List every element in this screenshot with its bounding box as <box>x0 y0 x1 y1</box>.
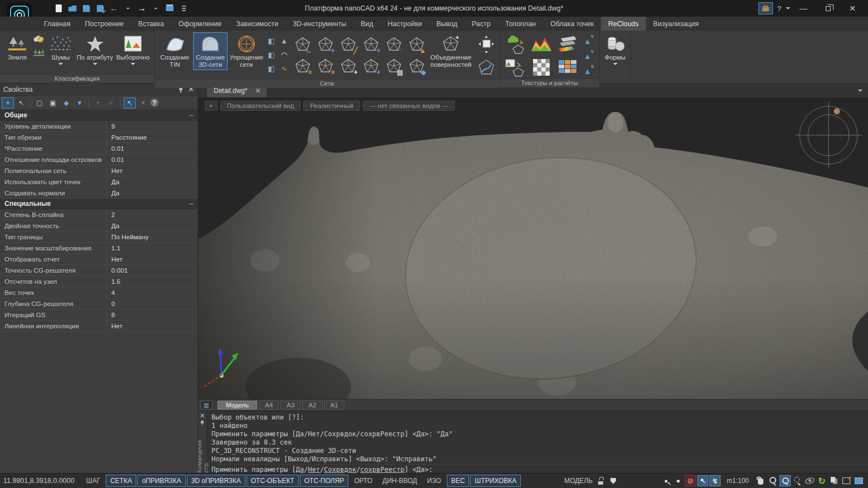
mesh-tool-icon[interactable]: + <box>314 34 337 55</box>
properties-tool-icon[interactable]: ▼ <box>73 97 86 109</box>
property-value[interactable]: Расстояние <box>107 132 198 142</box>
tab-list-dropdown-icon[interactable] <box>858 90 862 94</box>
mesh-tool-icon[interactable]: ╱ <box>337 34 359 55</box>
status-icon[interactable] <box>841 475 852 486</box>
selective-button[interactable]: Выборочно <box>115 32 151 69</box>
help-dropdown-icon[interactable] <box>786 7 790 12</box>
ribbon-tab[interactable]: Облака точек <box>543 17 601 31</box>
properties-tool-icon[interactable]: + <box>92 97 104 109</box>
properties-tool-icon[interactable] <box>88 98 89 107</box>
model-space-button[interactable]: МОДЕЛЬ <box>564 477 593 485</box>
collapse-icon[interactable]: – <box>189 200 193 208</box>
colored-relief-icon[interactable] <box>529 33 554 56</box>
status-icon[interactable] <box>816 475 827 486</box>
viewport-linked-views-button[interactable]: --- нет связанных видов --- <box>363 101 455 111</box>
properties-tool-icon[interactable]: ? <box>150 98 159 107</box>
property-value[interactable]: 1.5 <box>107 276 198 287</box>
section-header-special[interactable]: Специальные – <box>0 199 198 209</box>
status-icon[interactable] <box>792 475 803 486</box>
status-icon[interactable] <box>853 475 864 486</box>
quick-access-icon[interactable] <box>179 3 189 13</box>
create-tin-button[interactable]: Создание TIN <box>157 32 192 70</box>
ribbon-tab[interactable]: Оформление <box>171 17 229 31</box>
status-toggle[interactable]: ВЕС <box>447 475 470 487</box>
by-attribute-button[interactable]: По атрибуту <box>76 32 114 69</box>
ribbon-tab[interactable]: Растр <box>465 17 498 31</box>
layered-surfaces-icon[interactable] <box>555 33 580 56</box>
viewport-view-button[interactable]: Пользовательский вид <box>220 101 301 111</box>
quick-access-icon[interactable] <box>137 3 147 13</box>
viewport-add-button[interactable]: + <box>205 101 218 111</box>
command-option-link[interactable]: сохрвРеестр <box>360 466 404 473</box>
nets-mini-icon[interactable]: ◠ <box>278 48 290 61</box>
property-value[interactable]: Да <box>107 188 198 198</box>
status-icon[interactable] <box>767 475 778 486</box>
property-value[interactable]: 0.01 <box>107 143 198 154</box>
volume-icon[interactable]: ▲ S <box>581 65 594 78</box>
viewport-visual-style-button[interactable]: Реалистичный <box>303 101 360 111</box>
status-icon[interactable] <box>608 475 619 486</box>
nets-mini-icon[interactable]: ◧ <box>265 48 278 61</box>
command-option-link[interactable]: Сохрвдок <box>324 466 356 473</box>
layout-tab-sheet[interactable]: A4 <box>259 401 279 410</box>
checkerboard-icon[interactable] <box>529 56 554 78</box>
properties-tool-icon[interactable]: + <box>2 97 14 109</box>
mesh-tool-icon[interactable]: ◆ <box>406 56 428 77</box>
status-icon[interactable] <box>685 475 696 486</box>
property-value[interactable]: Да <box>107 176 198 187</box>
status-toggle[interactable]: ДИН-ВВОД <box>378 475 421 487</box>
command-option-link[interactable]: Да <box>296 466 304 473</box>
quick-access-icon[interactable] <box>95 3 105 13</box>
ribbon-tab[interactable]: Вывод <box>429 17 465 31</box>
layout-tab-sheet[interactable]: A1 <box>324 401 344 410</box>
properties-tool-icon[interactable] <box>120 98 121 107</box>
quick-access-icon[interactable] <box>53 3 63 13</box>
mesh-tool-icon[interactable]: + <box>360 56 382 77</box>
command-history[interactable]: Выбор объектов или [?]:1 найденоПрименит… <box>207 411 868 473</box>
simplify-mesh-button[interactable]: Упрощение сети <box>229 32 264 70</box>
ribbon-tab[interactable]: Вставка <box>131 17 171 31</box>
volume-icon[interactable]: ▲ V <box>581 50 594 63</box>
status-icon[interactable] <box>697 475 708 486</box>
property-value[interactable]: Нет <box>107 254 198 264</box>
command-pin-icon[interactable] <box>200 421 205 426</box>
property-value[interactable]: 2 <box>107 209 198 220</box>
section-header-general[interactable]: Общие – <box>0 110 198 121</box>
green-trees-icon[interactable] <box>33 47 45 59</box>
ribbon-tab[interactable]: Вид <box>353 17 381 31</box>
mesh-tool-icon[interactable]: × <box>314 56 337 77</box>
mesh-section-icon[interactable] <box>476 57 496 79</box>
status-toggle[interactable]: ОРТО <box>349 475 377 487</box>
ribbon-tab[interactable]: Визуализация <box>646 17 706 31</box>
nets-mini-icon[interactable]: ∿ <box>278 62 290 75</box>
ribbon-tab[interactable]: 3D-инструменты <box>285 17 353 31</box>
status-toggle[interactable]: ИЗО <box>423 475 446 487</box>
document-tab-close-icon[interactable]: ✕ <box>255 87 261 95</box>
earth-button[interactable]: Земля <box>3 32 32 63</box>
shapes-button[interactable]: Формы <box>603 32 628 69</box>
volume-icon[interactable]: ▲ V <box>581 34 594 48</box>
ribbon-tab[interactable]: Настройки <box>381 17 429 31</box>
properties-tool-icon[interactable]: ▢ <box>33 97 46 109</box>
status-icon[interactable] <box>709 475 721 486</box>
status-icon[interactable] <box>804 475 815 486</box>
ribbon-tab[interactable]: Построение <box>78 17 131 31</box>
restore-button[interactable] <box>817 1 839 16</box>
quick-access-icon[interactable] <box>151 3 161 13</box>
help-button[interactable]: ? <box>775 4 783 13</box>
nets-mini-icon[interactable]: ◧ <box>265 34 278 47</box>
nets-mini-icon[interactable]: ◧ <box>265 62 278 75</box>
toolbox-button[interactable] <box>758 2 773 14</box>
property-value[interactable]: 1.1 <box>107 243 198 253</box>
property-value[interactable]: 4 <box>107 287 198 298</box>
scale-button[interactable]: m1:100 <box>727 477 749 485</box>
nets-mini-icon[interactable]: ▲ <box>278 34 290 47</box>
report-table-icon[interactable] <box>555 56 580 78</box>
property-value[interactable]: 0.001 <box>107 265 198 275</box>
status-icon[interactable] <box>595 475 606 486</box>
status-icon[interactable] <box>828 475 840 486</box>
status-toggle[interactable]: ШАГ <box>82 475 105 487</box>
mesh-transform-icon[interactable] <box>476 33 496 56</box>
status-icon[interactable] <box>755 475 766 486</box>
properties-tool-icon[interactable]: ◆ <box>60 97 72 109</box>
